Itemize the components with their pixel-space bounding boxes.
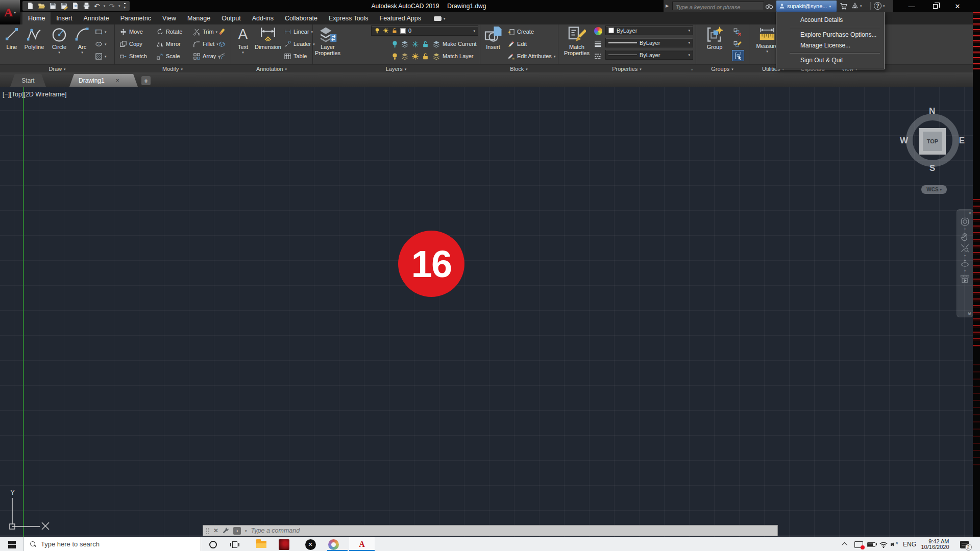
panel-label-layers[interactable]: Layers▾ xyxy=(312,65,480,73)
tab-collaborate[interactable]: Collaborate xyxy=(279,12,323,24)
tab-manage[interactable]: Manage xyxy=(182,12,216,24)
search-expand-icon[interactable]: ▶ xyxy=(666,4,669,8)
undo-icon[interactable]: ↶ xyxy=(94,2,100,10)
linetype-icon-button[interactable] xyxy=(594,51,602,61)
orbit-icon[interactable] xyxy=(960,259,970,268)
panel-label-annotation[interactable]: Annotation▾ xyxy=(231,65,312,73)
trim-button[interactable]: Trim▾ xyxy=(193,27,217,37)
rectangle-button[interactable]: ▾ xyxy=(95,27,107,37)
showmotion-icon[interactable] xyxy=(960,274,970,284)
erase-button[interactable] xyxy=(218,27,226,37)
viewcube-east[interactable]: E xyxy=(959,136,965,146)
command-customize-wrench-icon[interactable] xyxy=(223,528,229,534)
close-button[interactable]: ✕ xyxy=(950,0,965,12)
layer-thaw-button[interactable] xyxy=(411,51,419,61)
file-tab-drawing1[interactable]: Drawing1× xyxy=(69,74,138,87)
command-bar-grip[interactable] xyxy=(206,528,209,534)
color-wheel-button[interactable] xyxy=(594,26,602,36)
layer-freeze-button[interactable] xyxy=(411,39,419,49)
tray-network-button[interactable] xyxy=(878,537,889,551)
create-block-button[interactable]: Create xyxy=(507,27,534,37)
viewcube-north[interactable]: N xyxy=(929,106,935,116)
cortana-button[interactable] xyxy=(205,537,220,551)
navigation-wheel-icon[interactable] xyxy=(960,217,970,227)
linetype-select[interactable]: ByLayer ▾ xyxy=(605,50,693,60)
ellipse-button[interactable]: ▾ xyxy=(95,39,107,49)
minimize-button[interactable]: — xyxy=(904,0,919,12)
stretch-button[interactable]: Stretch xyxy=(119,51,147,61)
navigation-bar[interactable]: × ▾ ▾ ▾ ⊖ xyxy=(957,209,973,317)
redo-icon[interactable]: ↷ xyxy=(109,2,115,10)
command-input[interactable] xyxy=(251,527,775,534)
tray-language-button[interactable]: ENG xyxy=(901,537,918,551)
layer-properties-button[interactable]: Layer Properties xyxy=(314,25,341,64)
tab-view[interactable]: View xyxy=(157,12,182,24)
close-tab-icon[interactable]: × xyxy=(116,77,119,84)
leader-button[interactable]: Leader▾ xyxy=(284,39,315,49)
navbar-minimize-icon[interactable]: ⊖ xyxy=(967,311,971,316)
group-button[interactable]: Group xyxy=(700,25,729,64)
new-drawing-button[interactable]: + xyxy=(141,76,151,85)
command-bar-close-icon[interactable]: ✕ xyxy=(213,528,218,534)
help-search-box[interactable] xyxy=(672,2,764,10)
tab-featured-apps[interactable]: Featured Apps xyxy=(374,12,427,24)
layer-on-button[interactable] xyxy=(391,51,399,61)
help-search-input[interactable] xyxy=(673,4,764,11)
file-tab-start[interactable]: Start xyxy=(10,74,46,87)
panel-label-block[interactable]: Block▾ xyxy=(480,65,558,73)
edit-attributes-button[interactable]: Edit Attributes▾ xyxy=(507,51,555,61)
match-layer-button[interactable]: Match Layer xyxy=(433,51,474,61)
help-button[interactable]: ? ▾ xyxy=(874,2,885,10)
tab-output[interactable]: Output xyxy=(216,12,247,24)
tray-battery-button[interactable] xyxy=(866,537,877,551)
navbar-close-icon[interactable]: × xyxy=(969,211,971,216)
ribbon-display-toggle[interactable]: ▾ xyxy=(434,12,446,24)
object-color-select[interactable]: ByLayer ▾ xyxy=(605,26,693,35)
panel-label-modify[interactable]: Modify▾ xyxy=(114,65,231,73)
scale-button[interactable]: Scale xyxy=(156,51,180,61)
menu-item-explore-purchase-options[interactable]: Explore Purchase Options... xyxy=(776,30,884,40)
fillet-button[interactable]: Fillet▾ xyxy=(193,39,218,49)
lineweight-icon-button[interactable] xyxy=(594,39,602,49)
viewport-view-menu[interactable]: [Top] xyxy=(10,91,23,98)
zoom-extents-icon[interactable] xyxy=(960,243,970,253)
plot-icon[interactable] xyxy=(83,2,90,10)
a360-share-button[interactable]: ▾ xyxy=(851,2,862,9)
panel-label-groups[interactable]: Groups▾ xyxy=(696,65,749,73)
layer-select[interactable]: 0 ▾ xyxy=(371,26,478,36)
file-explorer-button[interactable] xyxy=(253,537,270,551)
menu-item-manage-license[interactable]: Manage License... xyxy=(776,40,884,51)
pan-icon[interactable] xyxy=(960,232,970,242)
transfer-icon[interactable] xyxy=(71,2,79,10)
menu-item-account-details[interactable]: Account Details xyxy=(776,15,884,26)
xbox-button[interactable]: ✕ xyxy=(302,537,318,551)
action-center-button[interactable]: 2 xyxy=(955,537,973,551)
dimension-button[interactable]: Dimension xyxy=(254,25,282,64)
viewport-visual-style-menu[interactable]: [2D Wireframe] xyxy=(23,91,66,98)
tab-add-ins[interactable]: Add-ins xyxy=(247,12,279,24)
save-as-icon[interactable] xyxy=(60,2,68,10)
layer-isolate-button[interactable] xyxy=(401,39,409,49)
layer-unisolate-button[interactable] xyxy=(401,51,409,61)
restore-button[interactable] xyxy=(928,0,942,12)
lineweight-select[interactable]: ByLayer ▾ xyxy=(605,38,693,47)
save-icon[interactable] xyxy=(49,2,57,10)
app-store-cart-icon[interactable] xyxy=(840,2,848,10)
group-selection-toggle[interactable] xyxy=(732,50,744,61)
ungroup-button[interactable] xyxy=(733,27,742,37)
table-button[interactable]: Table xyxy=(284,51,307,61)
explode-button[interactable] xyxy=(218,39,226,49)
start-button[interactable] xyxy=(0,537,23,551)
application-menu-button[interactable]: A▾ xyxy=(0,0,20,24)
wcs-menu[interactable]: WCS▾ xyxy=(921,185,947,194)
layer-off-button[interactable] xyxy=(391,39,399,49)
edit-block-button[interactable]: Edit xyxy=(507,39,527,49)
linear-button[interactable]: Linear▾ xyxy=(284,27,313,37)
open-file-icon[interactable] xyxy=(38,2,45,10)
arc-button[interactable]: Arc▾ xyxy=(72,25,92,64)
command-line-bar[interactable]: ✕ › ▾ xyxy=(203,525,778,536)
tab-parametric[interactable]: Parametric xyxy=(115,12,157,24)
qat-customize-icon[interactable]: ▾ xyxy=(124,3,126,9)
viewport-controls-menu[interactable]: [−] xyxy=(3,91,10,98)
text-button[interactable]: Text▾ xyxy=(234,25,252,64)
